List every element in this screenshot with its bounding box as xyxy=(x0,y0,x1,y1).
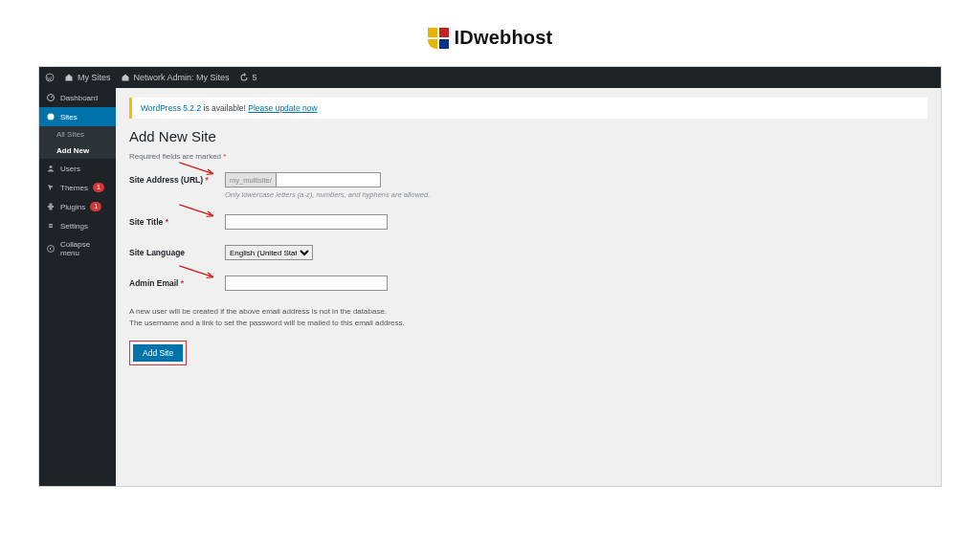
site-title-input[interactable] xyxy=(225,214,388,230)
themes-badge: 1 xyxy=(93,183,104,192)
sidebar-collapse[interactable]: Collapse menu xyxy=(39,235,116,262)
svg-point-3 xyxy=(50,165,53,168)
wp-logo-icon[interactable] xyxy=(45,73,55,82)
label-site-language: Site Language xyxy=(129,245,225,257)
sidebar-item-plugins[interactable]: Plugins1 xyxy=(39,197,116,216)
svg-point-4 xyxy=(48,246,55,253)
site-language-select[interactable]: English (United States) xyxy=(225,245,313,260)
wp-version-link[interactable]: WordPress 5.2.2 xyxy=(141,103,201,113)
brand-header: IDwebhost xyxy=(0,0,980,66)
network-admin-label: Network Admin: My Sites xyxy=(134,73,230,82)
sidebar-label: Plugins xyxy=(60,203,85,211)
notice-text: is available! xyxy=(201,103,248,113)
sidebar-item-dashboard[interactable]: Dashboard xyxy=(39,88,116,107)
page-title: Add New Site xyxy=(129,128,927,144)
required-hint: Required fields are marked * xyxy=(129,152,927,161)
sidebar-item-settings[interactable]: Settings xyxy=(39,216,116,235)
sidebar-label: Users xyxy=(60,165,80,173)
site-address-input[interactable] xyxy=(276,172,381,187)
url-prefix: my_multisite/ xyxy=(225,172,276,187)
screenshot-frame: My Sites Network Admin: My Sites 5 Dashb… xyxy=(38,66,942,487)
update-notice: WordPress 5.2.2 is available! Please upd… xyxy=(129,98,927,119)
add-site-button[interactable]: Add Site xyxy=(133,344,183,362)
email-note: A new user will be created if the above … xyxy=(129,306,927,329)
label-site-address: Site Address (URL) * xyxy=(129,172,225,185)
sidebar-label: Dashboard xyxy=(60,94,98,102)
sidebar-label: Settings xyxy=(60,222,88,231)
submit-highlight-box: Add Site xyxy=(129,341,187,365)
brand-text: IDwebhost xyxy=(455,27,553,49)
admin-email-input[interactable] xyxy=(225,276,388,291)
my-sites-menu[interactable]: My Sites xyxy=(64,73,111,82)
sidebar-label: Sites xyxy=(60,113,78,121)
sidebar-item-sites[interactable]: Sites xyxy=(39,107,116,126)
label-admin-email: Admin Email * xyxy=(129,276,225,288)
main-content: WordPress 5.2.2 is available! Please upd… xyxy=(116,88,941,486)
sidebar-item-users[interactable]: Users xyxy=(39,159,116,178)
label-site-title: Site Title * xyxy=(129,214,225,227)
update-now-link[interactable]: Please update now xyxy=(248,103,317,113)
sidebar-item-themes[interactable]: Themes1 xyxy=(39,178,116,197)
sidebar-subitem-add-new[interactable]: Add New xyxy=(39,143,116,159)
sidebar-label: Themes xyxy=(60,184,88,192)
sidebar-label: Collapse menu xyxy=(60,240,109,257)
admin-sidebar: Dashboard Sites All Sites Add New Users … xyxy=(39,88,116,486)
sidebar-subitem-all-sites[interactable]: All Sites xyxy=(39,126,116,143)
brand-logo-icon xyxy=(428,28,449,49)
svg-point-2 xyxy=(48,114,55,121)
plugins-badge: 1 xyxy=(90,202,101,211)
my-sites-label: My Sites xyxy=(78,73,111,82)
updates-count: 5 xyxy=(253,73,257,82)
sidebar-submenu-sites: All Sites Add New xyxy=(39,126,116,159)
wp-admin-bar: My Sites Network Admin: My Sites 5 xyxy=(39,67,941,88)
network-admin-menu[interactable]: Network Admin: My Sites xyxy=(121,73,230,82)
url-hint: Only lowercase letters (a-z), numbers, a… xyxy=(225,190,430,199)
updates-icon[interactable]: 5 xyxy=(239,73,257,82)
